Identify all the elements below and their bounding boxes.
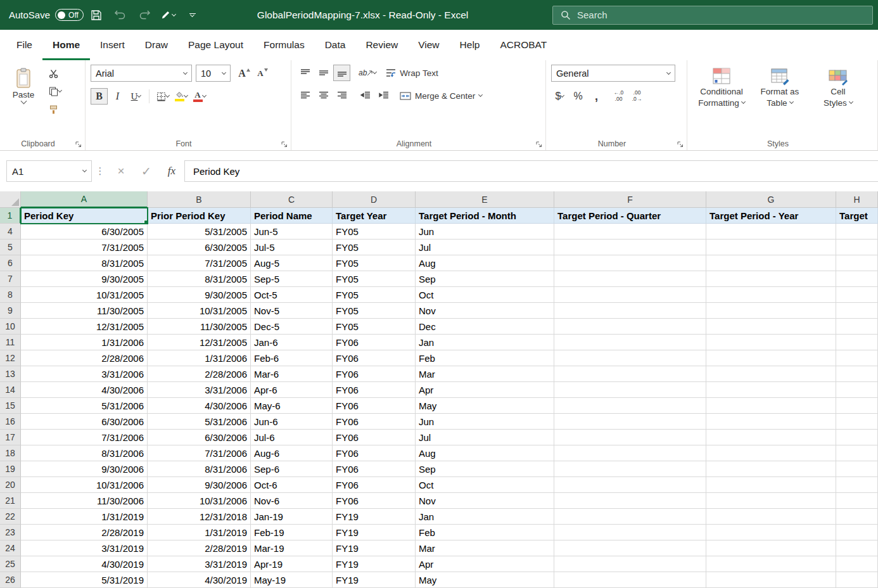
cell-C14[interactable]: Apr-6 (251, 382, 333, 398)
cell-F24[interactable] (554, 540, 706, 556)
cell-C18[interactable]: Aug-6 (251, 445, 333, 461)
cell-G19[interactable] (706, 461, 836, 477)
cell-F4[interactable] (554, 224, 706, 240)
cell-H14[interactable] (836, 382, 878, 398)
row-header-16[interactable]: 16 (0, 414, 21, 430)
decrease-decimal-button[interactable]: .00 .0→ (628, 88, 646, 105)
cell-D21[interactable]: FY06 (333, 493, 416, 509)
cell-B11[interactable]: 12/31/2005 (148, 335, 251, 350)
cell-A21[interactable]: 11/30/2006 (21, 493, 148, 509)
cell-C9[interactable]: Nov-5 (251, 303, 333, 319)
column-header-B[interactable]: B (148, 191, 251, 208)
column-header-G[interactable]: G (706, 191, 836, 208)
search-box[interactable]: Search (552, 6, 873, 25)
cell-F17[interactable] (554, 430, 706, 445)
cell-H10[interactable] (836, 319, 878, 335)
clipboard-dialog-launcher[interactable] (75, 139, 82, 147)
cell-C10[interactable]: Dec-5 (251, 319, 333, 335)
row-header-4[interactable]: 4 (0, 224, 21, 240)
align-center-button[interactable] (315, 87, 332, 104)
cell-E20[interactable]: Oct (416, 477, 554, 493)
number-dialog-launcher[interactable] (677, 139, 684, 147)
cell-C20[interactable]: Oct-6 (251, 477, 333, 493)
cell-E19[interactable]: Sep (416, 461, 554, 477)
cell-B4[interactable]: 5/31/2005 (148, 224, 251, 240)
cell-A19[interactable]: 9/30/2006 (21, 461, 148, 477)
cell-C4[interactable]: Jun-5 (251, 224, 333, 240)
tab-insert[interactable]: Insert (90, 30, 135, 60)
row-header-12[interactable]: 12 (0, 350, 21, 366)
cell-G11[interactable] (706, 335, 836, 350)
cell-D4[interactable]: FY05 (333, 224, 416, 240)
cell-styles-button[interactable]: Cell Styles (809, 65, 867, 137)
row-header-17[interactable]: 17 (0, 430, 21, 445)
autosave-toggle[interactable]: Off (55, 9, 84, 21)
cell-F13[interactable] (554, 366, 706, 382)
cell-H7[interactable] (836, 271, 878, 287)
cell-B6[interactable]: 7/31/2005 (148, 255, 251, 271)
increase-indent-button[interactable] (375, 87, 392, 104)
copy-button[interactable] (47, 84, 64, 99)
cell-H19[interactable] (836, 461, 878, 477)
cell-A1[interactable]: Period Key (21, 208, 148, 224)
cell-H13[interactable] (836, 366, 878, 382)
borders-button[interactable] (154, 88, 171, 105)
cell-A4[interactable]: 6/30/2005 (21, 224, 148, 240)
cell-D20[interactable]: FY06 (333, 477, 416, 493)
cell-G6[interactable] (706, 255, 836, 271)
cell-G16[interactable] (706, 414, 836, 430)
row-header-26[interactable]: 26 (0, 572, 21, 588)
cell-E11[interactable]: Jan (416, 335, 554, 350)
cell-B9[interactable]: 10/31/2005 (148, 303, 251, 319)
paste-button[interactable]: Paste (5, 65, 42, 137)
cell-H12[interactable] (836, 350, 878, 366)
tab-file[interactable]: File (6, 30, 42, 60)
cell-C13[interactable]: Mar-6 (251, 366, 333, 382)
cell-G14[interactable] (706, 382, 836, 398)
cell-F12[interactable] (554, 350, 706, 366)
cell-F23[interactable] (554, 525, 706, 540)
cell-E8[interactable]: Oct (416, 287, 554, 303)
cell-G21[interactable] (706, 493, 836, 509)
cell-D22[interactable]: FY19 (333, 509, 416, 525)
cell-B14[interactable]: 3/31/2006 (148, 382, 251, 398)
column-header-E[interactable]: E (416, 191, 554, 208)
row-header-15[interactable]: 15 (0, 398, 21, 414)
cell-F10[interactable] (554, 319, 706, 335)
cell-G8[interactable] (706, 287, 836, 303)
cell-D26[interactable]: FY19 (333, 572, 416, 588)
cell-A6[interactable]: 8/31/2005 (21, 255, 148, 271)
cell-E1[interactable]: Target Period - Month (416, 208, 554, 224)
underline-button[interactable]: U (127, 88, 144, 105)
cell-B26[interactable]: 4/30/2019 (148, 572, 251, 588)
cell-E13[interactable]: Mar (416, 366, 554, 382)
column-header-C[interactable]: C (251, 191, 333, 208)
cell-B23[interactable]: 1/31/2019 (148, 525, 251, 540)
cell-F7[interactable] (554, 271, 706, 287)
cell-D6[interactable]: FY05 (333, 255, 416, 271)
cell-C22[interactable]: Jan-19 (251, 509, 333, 525)
row-header-10[interactable]: 10 (0, 319, 21, 335)
row-header-13[interactable]: 13 (0, 366, 21, 382)
cell-D17[interactable]: FY06 (333, 430, 416, 445)
cell-B5[interactable]: 6/30/2005 (148, 240, 251, 255)
cell-B7[interactable]: 8/31/2005 (148, 271, 251, 287)
cell-E16[interactable]: Jun (416, 414, 554, 430)
cell-E14[interactable]: Apr (416, 382, 554, 398)
bold-button[interactable]: B (91, 88, 108, 105)
decrease-font-size-button[interactable]: A (254, 65, 271, 82)
cell-A24[interactable]: 3/31/2019 (21, 540, 148, 556)
cell-H4[interactable] (836, 224, 878, 240)
cell-H22[interactable] (836, 509, 878, 525)
tab-home[interactable]: Home (42, 30, 90, 60)
cell-D19[interactable]: FY06 (333, 461, 416, 477)
ink-tools-button[interactable] (157, 4, 180, 26)
cell-H17[interactable] (836, 430, 878, 445)
row-header-5[interactable]: 5 (0, 240, 21, 255)
row-header-21[interactable]: 21 (0, 493, 21, 509)
cell-D15[interactable]: FY06 (333, 398, 416, 414)
fill-color-button[interactable] (172, 88, 189, 105)
cell-D23[interactable]: FY19 (333, 525, 416, 540)
cell-A12[interactable]: 2/28/2006 (21, 350, 148, 366)
comma-style-button[interactable]: , (588, 88, 605, 105)
